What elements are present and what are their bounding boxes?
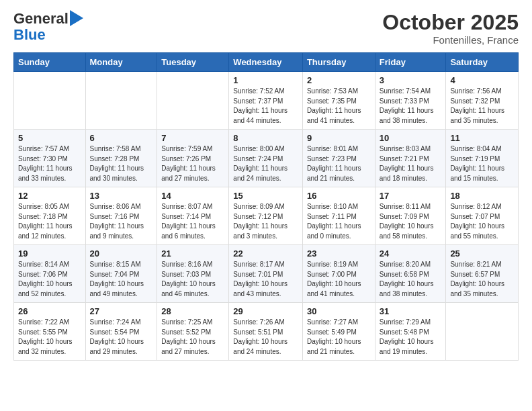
day-number: 20 bbox=[90, 248, 153, 259]
table-row: 15Sunrise: 8:09 AMSunset: 7:12 PMDayligh… bbox=[229, 187, 303, 245]
table-row: 31Sunrise: 7:29 AMSunset: 5:48 PMDayligh… bbox=[375, 303, 446, 361]
day-number: 6 bbox=[90, 133, 153, 143]
day-info: Sunrise: 7:57 AMSunset: 7:30 PMDaylight:… bbox=[18, 144, 81, 183]
day-info: Sunrise: 7:22 AMSunset: 5:55 PMDaylight:… bbox=[18, 318, 81, 357]
day-info: Sunrise: 7:24 AMSunset: 5:54 PMDaylight:… bbox=[90, 318, 153, 357]
day-number: 31 bbox=[380, 306, 442, 316]
logo-icon bbox=[70, 10, 83, 26]
table-row: 23Sunrise: 8:19 AMSunset: 7:00 PMDayligh… bbox=[302, 245, 375, 303]
logo-general-text: General bbox=[13, 11, 69, 27]
day-info: Sunrise: 8:00 AMSunset: 7:24 PMDaylight:… bbox=[233, 144, 298, 183]
day-number: 21 bbox=[161, 248, 224, 259]
day-number: 16 bbox=[307, 191, 371, 201]
day-number: 11 bbox=[450, 133, 514, 143]
day-info: Sunrise: 7:54 AMSunset: 7:33 PMDaylight:… bbox=[380, 87, 442, 126]
table-row bbox=[446, 303, 519, 361]
day-number: 17 bbox=[380, 191, 442, 201]
table-row: 11Sunrise: 8:04 AMSunset: 7:19 PMDayligh… bbox=[446, 130, 519, 187]
table-row: 1Sunrise: 7:52 AMSunset: 7:37 PMDaylight… bbox=[229, 72, 303, 130]
day-info: Sunrise: 8:17 AMSunset: 7:01 PMDaylight:… bbox=[233, 260, 298, 299]
day-number: 30 bbox=[307, 306, 371, 316]
day-number: 18 bbox=[450, 191, 514, 201]
day-number: 14 bbox=[161, 191, 224, 201]
calendar-week-row: 19Sunrise: 8:14 AMSunset: 7:06 PMDayligh… bbox=[14, 245, 519, 303]
col-thursday: Thursday bbox=[302, 53, 375, 72]
calendar-week-row: 26Sunrise: 7:22 AMSunset: 5:55 PMDayligh… bbox=[14, 303, 519, 361]
table-row: 17Sunrise: 8:11 AMSunset: 7:09 PMDayligh… bbox=[375, 187, 446, 245]
table-row: 19Sunrise: 8:14 AMSunset: 7:06 PMDayligh… bbox=[14, 245, 86, 303]
day-number: 27 bbox=[90, 306, 153, 316]
day-info: Sunrise: 8:20 AMSunset: 6:58 PMDaylight:… bbox=[380, 260, 442, 299]
day-number: 1 bbox=[233, 75, 298, 85]
day-number: 10 bbox=[380, 133, 442, 143]
day-info: Sunrise: 8:04 AMSunset: 7:19 PMDaylight:… bbox=[450, 144, 514, 183]
col-friday: Friday bbox=[375, 53, 446, 72]
table-row bbox=[85, 72, 157, 130]
svg-marker-0 bbox=[70, 10, 83, 26]
logo: General Blue bbox=[13, 11, 83, 43]
day-info: Sunrise: 8:07 AMSunset: 7:14 PMDaylight:… bbox=[161, 202, 224, 241]
table-row: 9Sunrise: 8:01 AMSunset: 7:23 PMDaylight… bbox=[302, 130, 375, 187]
table-row bbox=[14, 72, 86, 130]
day-info: Sunrise: 7:25 AMSunset: 5:52 PMDaylight:… bbox=[161, 318, 224, 357]
day-info: Sunrise: 7:58 AMSunset: 7:28 PMDaylight:… bbox=[90, 144, 153, 183]
table-row: 24Sunrise: 8:20 AMSunset: 6:58 PMDayligh… bbox=[375, 245, 446, 303]
day-info: Sunrise: 8:11 AMSunset: 7:09 PMDaylight:… bbox=[380, 202, 442, 241]
day-info: Sunrise: 8:16 AMSunset: 7:03 PMDaylight:… bbox=[161, 260, 224, 299]
table-row: 21Sunrise: 8:16 AMSunset: 7:03 PMDayligh… bbox=[157, 245, 229, 303]
day-info: Sunrise: 7:56 AMSunset: 7:32 PMDaylight:… bbox=[450, 87, 514, 126]
table-row: 13Sunrise: 8:06 AMSunset: 7:16 PMDayligh… bbox=[85, 187, 157, 245]
day-number: 7 bbox=[161, 133, 224, 143]
col-wednesday: Wednesday bbox=[229, 53, 303, 72]
table-row: 14Sunrise: 8:07 AMSunset: 7:14 PMDayligh… bbox=[157, 187, 229, 245]
table-row: 10Sunrise: 8:03 AMSunset: 7:21 PMDayligh… bbox=[375, 130, 446, 187]
table-row: 3Sunrise: 7:54 AMSunset: 7:33 PMDaylight… bbox=[375, 72, 446, 130]
day-number: 5 bbox=[18, 133, 81, 143]
day-number: 12 bbox=[18, 191, 81, 201]
day-info: Sunrise: 7:29 AMSunset: 5:48 PMDaylight:… bbox=[380, 318, 442, 357]
day-info: Sunrise: 8:14 AMSunset: 7:06 PMDaylight:… bbox=[18, 260, 81, 299]
day-info: Sunrise: 7:26 AMSunset: 5:51 PMDaylight:… bbox=[233, 318, 298, 357]
day-number: 26 bbox=[18, 306, 81, 316]
table-row: 25Sunrise: 8:21 AMSunset: 6:57 PMDayligh… bbox=[446, 245, 519, 303]
day-number: 24 bbox=[380, 248, 442, 259]
header: General Blue October 2025 Fontenilles, F… bbox=[13, 11, 519, 46]
calendar-table: Sunday Monday Tuesday Wednesday Thursday… bbox=[13, 52, 519, 361]
day-number: 3 bbox=[380, 75, 442, 85]
table-row: 8Sunrise: 8:00 AMSunset: 7:24 PMDaylight… bbox=[229, 130, 303, 187]
day-info: Sunrise: 8:06 AMSunset: 7:16 PMDaylight:… bbox=[90, 202, 153, 241]
day-number: 13 bbox=[90, 191, 153, 201]
table-row bbox=[157, 72, 229, 130]
day-info: Sunrise: 7:59 AMSunset: 7:26 PMDaylight:… bbox=[161, 144, 224, 183]
table-row: 5Sunrise: 7:57 AMSunset: 7:30 PMDaylight… bbox=[14, 130, 86, 187]
table-row: 16Sunrise: 8:10 AMSunset: 7:11 PMDayligh… bbox=[302, 187, 375, 245]
day-info: Sunrise: 8:21 AMSunset: 6:57 PMDaylight:… bbox=[450, 260, 514, 299]
table-row: 4Sunrise: 7:56 AMSunset: 7:32 PMDaylight… bbox=[446, 72, 519, 130]
table-row: 7Sunrise: 7:59 AMSunset: 7:26 PMDaylight… bbox=[157, 130, 229, 187]
day-info: Sunrise: 7:53 AMSunset: 7:35 PMDaylight:… bbox=[307, 87, 371, 126]
table-row: 6Sunrise: 7:58 AMSunset: 7:28 PMDaylight… bbox=[85, 130, 157, 187]
day-number: 28 bbox=[161, 306, 224, 316]
day-info: Sunrise: 7:52 AMSunset: 7:37 PMDaylight:… bbox=[233, 87, 298, 126]
day-number: 19 bbox=[18, 248, 81, 259]
day-info: Sunrise: 8:10 AMSunset: 7:11 PMDaylight:… bbox=[307, 202, 371, 241]
day-number: 9 bbox=[307, 133, 371, 143]
day-number: 15 bbox=[233, 191, 298, 201]
table-row: 27Sunrise: 7:24 AMSunset: 5:54 PMDayligh… bbox=[85, 303, 157, 361]
calendar-week-row: 1Sunrise: 7:52 AMSunset: 7:37 PMDaylight… bbox=[14, 72, 519, 130]
calendar-week-row: 12Sunrise: 8:05 AMSunset: 7:18 PMDayligh… bbox=[14, 187, 519, 245]
table-row: 28Sunrise: 7:25 AMSunset: 5:52 PMDayligh… bbox=[157, 303, 229, 361]
table-row: 20Sunrise: 8:15 AMSunset: 7:04 PMDayligh… bbox=[85, 245, 157, 303]
logo-blue-text: Blue bbox=[13, 26, 46, 43]
table-row: 30Sunrise: 7:27 AMSunset: 5:49 PMDayligh… bbox=[302, 303, 375, 361]
table-row: 18Sunrise: 8:12 AMSunset: 7:07 PMDayligh… bbox=[446, 187, 519, 245]
day-number: 23 bbox=[307, 248, 371, 259]
col-monday: Monday bbox=[85, 53, 157, 72]
day-info: Sunrise: 8:03 AMSunset: 7:21 PMDaylight:… bbox=[380, 144, 442, 183]
table-row: 26Sunrise: 7:22 AMSunset: 5:55 PMDayligh… bbox=[14, 303, 86, 361]
col-tuesday: Tuesday bbox=[157, 53, 229, 72]
table-row: 22Sunrise: 8:17 AMSunset: 7:01 PMDayligh… bbox=[229, 245, 303, 303]
col-sunday: Sunday bbox=[14, 53, 86, 72]
page: General Blue October 2025 Fontenilles, F… bbox=[0, 0, 532, 411]
month-title: October 2025 bbox=[382, 11, 519, 34]
